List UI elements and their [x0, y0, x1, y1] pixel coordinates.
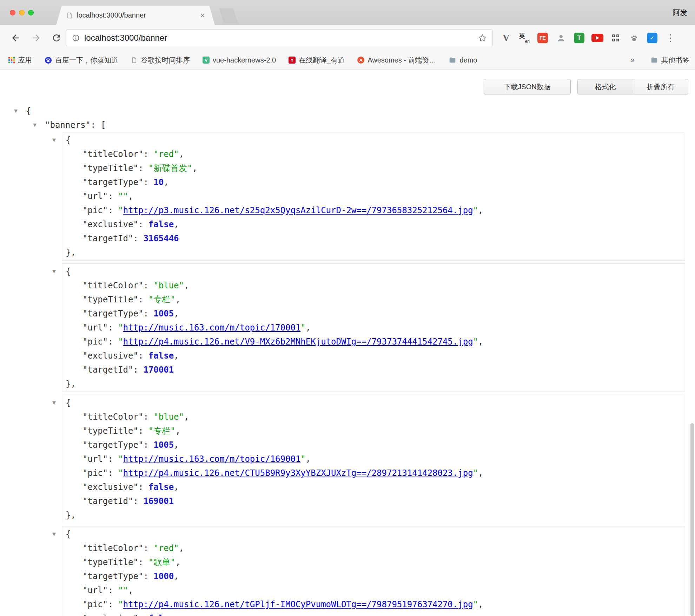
- extension-fehelper-icon[interactable]: FE: [536, 32, 549, 44]
- extension-paw-icon[interactable]: [628, 32, 640, 44]
- collapse-toggle-icon[interactable]: ▼: [14, 104, 18, 118]
- json-punctuation: :: [108, 205, 118, 215]
- browser-tab[interactable]: localhost:3000/banner ×: [56, 6, 215, 25]
- browser-menu-icon[interactable]: ⋮: [664, 32, 677, 44]
- json-string-value: ": [118, 205, 123, 215]
- bookmark-awesomes[interactable]: A Awesomes - 前端资…: [357, 55, 436, 65]
- json-punctuation: ,: [306, 323, 311, 333]
- extension-translate-icon[interactable]: 英 en: [518, 32, 531, 44]
- json-punctuation: :: [108, 191, 118, 201]
- extension-vimium-icon[interactable]: V: [500, 32, 512, 44]
- json-line: "typeTitle": "专栏",: [62, 424, 685, 438]
- scrollbar-thumb[interactable]: [690, 423, 694, 616]
- bookmark-label: 应用: [18, 55, 32, 65]
- minimize-window-button[interactable]: [19, 10, 25, 15]
- close-window-button[interactable]: [10, 10, 15, 15]
- reload-icon[interactable]: [51, 33, 62, 43]
- maximize-window-button[interactable]: [28, 10, 34, 15]
- collapse-toggle-icon[interactable]: ▼: [52, 133, 56, 147]
- forward-icon[interactable]: [31, 33, 41, 43]
- json-key: "typeTitle": [82, 295, 138, 304]
- json-punctuation: ,: [306, 454, 311, 464]
- baidu-paw-icon: [45, 57, 52, 64]
- page-info-icon[interactable]: [72, 34, 80, 42]
- extension-youtube-icon[interactable]: [591, 32, 604, 44]
- other-bookmarks[interactable]: 其他书签: [650, 55, 689, 65]
- profile-name[interactable]: 阿发: [673, 8, 687, 18]
- bookmark-apps[interactable]: 应用: [8, 55, 32, 65]
- json-punctuation: :: [143, 571, 153, 581]
- json-punctuation: {: [26, 106, 31, 116]
- json-punctuation: :: [138, 614, 148, 616]
- bookmark-vue-hackernews[interactable]: V vue-hackernews-2.0: [203, 56, 276, 64]
- collapse-toggle-icon[interactable]: ▼: [52, 264, 56, 278]
- json-punctuation: ,: [176, 557, 180, 567]
- collapse-all-button[interactable]: 折叠所有: [633, 79, 688, 94]
- json-punctuation: {: [66, 398, 71, 408]
- tab-close-icon[interactable]: ×: [200, 11, 205, 20]
- extension-trafficlight-icon[interactable]: T: [573, 32, 585, 44]
- page-favicon-icon: [66, 12, 73, 19]
- json-punctuation: },: [66, 510, 76, 520]
- bookmark-demo-folder[interactable]: demo: [449, 56, 477, 64]
- bookmark-star-icon[interactable]: [478, 33, 487, 42]
- json-line: "targetId": 3165446: [62, 231, 685, 245]
- new-tab-button[interactable]: [219, 8, 238, 23]
- json-string-value: ": [118, 337, 123, 347]
- json-url-link[interactable]: http://music.163.com/m/topic/169001: [123, 454, 301, 464]
- json-key: "targetId": [82, 234, 133, 243]
- json-url-link[interactable]: http://p3.music.126.net/s25q2x5QyqsAzilC…: [123, 205, 473, 215]
- json-punctuation: :: [108, 323, 118, 333]
- download-json-button[interactable]: 下载JSON数据: [484, 79, 571, 94]
- json-line: "targetId": 169001: [62, 494, 685, 508]
- json-line: ▼{: [62, 264, 685, 278]
- json-key: "targetType": [82, 309, 143, 319]
- json-key: "typeTitle": [82, 163, 138, 173]
- json-string-value: "red": [153, 149, 179, 159]
- json-punctuation: ,: [179, 149, 184, 159]
- json-punctuation: :: [133, 234, 144, 243]
- json-punctuation: :: [138, 219, 148, 229]
- json-punctuation: :: [108, 337, 118, 347]
- json-number-value: 1005: [153, 440, 174, 450]
- bookmark-youdao-translate[interactable]: Y 在线翻译_有道: [289, 55, 345, 65]
- awesomes-icon: A: [357, 57, 364, 64]
- json-key: "pic": [82, 599, 108, 609]
- json-url-link[interactable]: http://music.163.com/m/topic/170001: [123, 323, 301, 333]
- json-key: "exclusive": [82, 219, 138, 229]
- json-punctuation: ,: [179, 543, 184, 553]
- back-icon[interactable]: [11, 33, 21, 43]
- collapse-toggle-icon[interactable]: ▼: [33, 118, 37, 132]
- extension-collaboration-icon[interactable]: [555, 32, 567, 44]
- collapse-toggle-icon[interactable]: ▼: [52, 527, 56, 541]
- json-punctuation: :: [143, 177, 153, 187]
- json-line: "url": "",: [62, 189, 685, 203]
- banner-object: ▼{"titleColor": "blue","typeTitle": "专栏"…: [62, 263, 685, 392]
- bookmark-google-sort[interactable]: 谷歌按时间排序: [131, 55, 190, 65]
- collapse-toggle-icon[interactable]: ▼: [52, 396, 56, 410]
- json-line: ▼"banners": [: [0, 118, 695, 132]
- bookmark-label: 谷歌按时间排序: [141, 55, 190, 65]
- person-icon: [556, 33, 566, 43]
- json-line: "pic": "http://p4.music.126.net/tGPljf-I…: [62, 597, 685, 611]
- json-line: },: [62, 245, 685, 260]
- bookmarks-overflow-chevron[interactable]: »: [630, 55, 635, 65]
- json-string-value: "": [118, 585, 128, 595]
- json-url-link[interactable]: http://p4.music.126.net/V9-MXz6b2MNhEKju…: [123, 337, 473, 347]
- bookmark-baidu[interactable]: 百度一下，你就知道: [45, 55, 118, 65]
- json-key: "targetType": [82, 571, 143, 581]
- json-toolbar: 下载JSON数据 格式化 折叠所有: [484, 79, 688, 94]
- url-text[interactable]: localhost:3000/banner: [84, 33, 478, 43]
- json-key: "titleColor": [82, 543, 143, 553]
- extension-security-shield-icon[interactable]: ✓: [646, 32, 658, 44]
- address-bar[interactable]: localhost:3000/banner: [66, 30, 493, 46]
- json-punctuation: :: [133, 365, 144, 375]
- json-punctuation: ,: [164, 177, 168, 187]
- json-punctuation: ,: [174, 309, 179, 319]
- format-button[interactable]: 格式化: [577, 79, 633, 94]
- extension-qrcode-icon[interactable]: [609, 32, 622, 44]
- json-key: "titleColor": [82, 412, 143, 422]
- json-url-link[interactable]: http://p4.music.126.net/CTU5B9R9y3XyYBZX…: [123, 468, 473, 478]
- json-line: "exclusive": false,: [62, 349, 685, 363]
- json-url-link[interactable]: http://p4.music.126.net/tGPljf-IMOCyPvum…: [123, 599, 473, 609]
